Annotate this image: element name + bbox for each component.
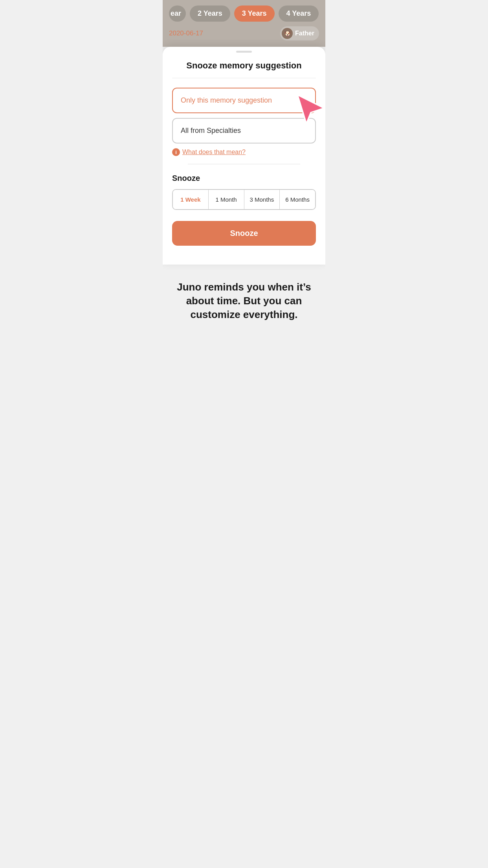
date-display: 2020-06-17 [169, 29, 203, 37]
year-tab-4[interactable]: 4 Years [279, 6, 319, 22]
help-link-row: i What does that mean? [172, 148, 316, 156]
help-link[interactable]: What does that mean? [182, 149, 246, 156]
year-tab-3-active[interactable]: 3 Years [234, 6, 275, 22]
snooze-section-label: Snooze [172, 174, 316, 183]
info-icon: i [172, 148, 180, 156]
section-divider [188, 164, 300, 164]
year-tab-2[interactable]: 2 Years [190, 6, 230, 22]
duration-tab-1month[interactable]: 1 Month [209, 190, 244, 209]
year-tab-partial[interactable]: ear [169, 6, 186, 22]
promo-area: Juno reminds you when it’s about time. B… [163, 265, 325, 345]
top-bar: ear 2 Years 3 Years 4 Years 2020-06-17 🐶… [163, 0, 325, 47]
bottom-sheet: Snooze memory suggestion Only this memor… [163, 47, 325, 265]
option-only-this[interactable]: Only this memory suggestion [172, 88, 316, 113]
sheet-title: Snooze memory suggestion [172, 61, 316, 71]
duration-tab-1week[interactable]: 1 Week [173, 190, 209, 209]
father-badge: 🐶 Father [280, 26, 319, 40]
father-emoji: 🐶 [284, 30, 291, 37]
year-tabs: ear 2 Years 3 Years 4 Years [169, 6, 319, 22]
page-wrapper: ear 2 Years 3 Years 4 Years 2020-06-17 🐶… [163, 0, 325, 345]
sheet-divider [172, 78, 316, 78]
duration-tab-6months[interactable]: 6 Months [280, 190, 315, 209]
snooze-button[interactable]: Snooze [172, 221, 316, 246]
duration-tabs: 1 Week 1 Month 3 Months 6 Months [172, 189, 316, 210]
date-father-row: 2020-06-17 🐶 Father [169, 26, 319, 40]
option-all-from-specialties[interactable]: All from Specialties [172, 118, 316, 143]
sheet-handle [236, 51, 252, 53]
father-label: Father [295, 30, 314, 37]
duration-tab-3months[interactable]: 3 Months [244, 190, 280, 209]
promo-text: Juno reminds you when it’s about time. B… [172, 280, 316, 322]
father-avatar: 🐶 [282, 28, 293, 39]
